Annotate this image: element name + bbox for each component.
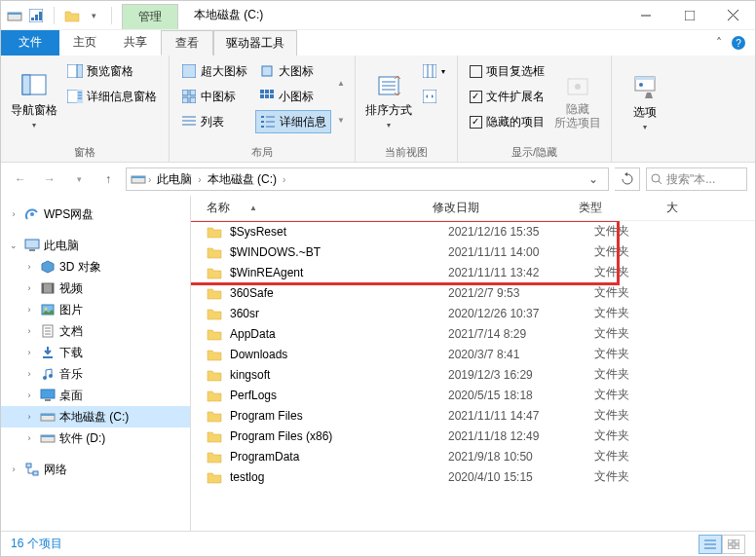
view-icons-button[interactable]	[722, 535, 745, 554]
file-type: 文件夹	[594, 243, 682, 260]
table-row[interactable]: $WINDOWS.~BT2021/11/11 14:00文件夹	[191, 241, 755, 262]
table-row[interactable]: testlog2020/4/10 15:15文件夹	[191, 466, 755, 487]
svg-rect-1	[8, 13, 21, 15]
drive-icon	[7, 8, 22, 23]
forward-button[interactable]: →	[38, 167, 61, 191]
properties-icon[interactable]	[28, 8, 44, 23]
minimize-button[interactable]	[624, 1, 667, 30]
collapse-ribbon-icon[interactable]: ˄	[716, 36, 722, 50]
path-dropdown[interactable]: ⌄	[583, 172, 604, 186]
tab-home[interactable]: 主页	[59, 30, 110, 56]
svg-rect-31	[260, 94, 264, 98]
tab-share[interactable]: 共享	[110, 30, 161, 56]
nav-documents[interactable]: ›文档	[1, 320, 190, 342]
add-cols-button[interactable]: ▾	[418, 59, 449, 83]
nav-videos[interactable]: ›视频	[1, 278, 190, 299]
table-row[interactable]: PerfLogs2020/5/15 18:18文件夹	[191, 385, 755, 405]
table-row[interactable]: AppData2021/7/14 8:29文件夹	[191, 323, 755, 344]
layout-list[interactable]: 列表	[177, 110, 251, 133]
layout-small[interactable]: 小图标	[255, 85, 331, 108]
item-checkboxes-toggle[interactable]: 项目复选框	[466, 59, 548, 83]
up-button[interactable]: ↑	[96, 167, 120, 191]
tab-drive-tools[interactable]: 驱动器工具	[213, 30, 297, 56]
size-cols-button[interactable]	[418, 85, 449, 108]
nav-pane-button[interactable]: 导航窗格 ▾	[9, 59, 59, 143]
path-box[interactable]: › 此电脑 › 本地磁盘 (C:) › ⌄	[126, 167, 609, 191]
breadcrumb-this-pc[interactable]: 此电脑	[153, 171, 196, 188]
table-row[interactable]: 360Safe2021/2/7 9:53文件夹	[191, 282, 755, 303]
recent-button[interactable]: ▾	[67, 167, 91, 191]
table-row[interactable]: 360sr2020/12/26 10:37文件夹	[191, 303, 755, 323]
nav-wps[interactable]: ›WPS网盘	[1, 204, 190, 225]
col-header-name[interactable]: 名称▲	[207, 200, 433, 216]
hide-selected-button[interactable]: 隐藏 所选项目	[552, 59, 603, 143]
tab-view[interactable]: 查看	[161, 30, 213, 56]
table-row[interactable]: $SysReset2021/12/16 15:35文件夹	[191, 221, 755, 241]
nav-downloads[interactable]: ›下载	[1, 342, 190, 363]
breadcrumb-drive[interactable]: 本地磁盘 (C:)	[204, 171, 281, 188]
table-row[interactable]: $WinREAgent2021/11/11 13:42文件夹	[191, 262, 755, 282]
nav-music[interactable]: ›音乐	[1, 363, 190, 385]
layout-extra-large[interactable]: 超大图标	[177, 59, 251, 83]
file-name: $WINDOWS.~BT	[230, 245, 448, 259]
table-row[interactable]: Program Files (x86)2021/11/18 12:49文件夹	[191, 426, 755, 446]
col-header-type[interactable]: 类型	[579, 200, 666, 216]
nav-desktop[interactable]: ›桌面	[1, 385, 190, 406]
file-name: 360Safe	[230, 286, 448, 300]
file-date: 2020/12/26 10:37	[448, 307, 594, 320]
folder-icon	[207, 348, 222, 361]
nav-this-pc[interactable]: ⌄此电脑	[1, 235, 190, 256]
table-row[interactable]: Program Files2021/11/11 14:47文件夹	[191, 405, 755, 426]
ribbon-group-layout: 超大图标 中图标 列表 大图标 小图标 详细信息 ▲▼ 布局	[170, 56, 356, 162]
svg-rect-3	[31, 18, 34, 20]
file-extensions-toggle[interactable]: ✓文件扩展名	[466, 85, 548, 108]
svg-rect-87	[728, 545, 733, 549]
tab-file[interactable]: 文件	[1, 30, 59, 56]
close-button[interactable]	[711, 1, 755, 30]
svg-rect-54	[132, 176, 145, 178]
view-details-button[interactable]	[699, 535, 722, 554]
nav-3d-objects[interactable]: ›3D 对象	[1, 256, 190, 278]
preview-pane-button[interactable]: 预览窗格	[63, 59, 161, 83]
sort-button[interactable]: 排序方式 ▾	[363, 59, 414, 143]
svg-rect-32	[265, 94, 269, 98]
folder-qat-icon[interactable]	[64, 8, 80, 23]
search-input[interactable]: 搜索"本...	[646, 167, 747, 191]
nav-network[interactable]: ›网络	[1, 459, 190, 480]
svg-rect-11	[22, 75, 30, 94]
file-list[interactable]: $SysReset2021/12/16 15:35文件夹$WINDOWS.~BT…	[191, 221, 755, 531]
column-headers: 名称▲ 修改日期 类型 大	[191, 196, 755, 221]
nav-pictures[interactable]: ›图片	[1, 299, 190, 320]
back-button[interactable]: ←	[9, 167, 32, 191]
file-type: 文件夹	[594, 448, 682, 464]
file-name: Program Files (x86)	[230, 429, 448, 443]
layout-details[interactable]: 详细信息	[255, 110, 331, 133]
svg-point-55	[652, 174, 660, 182]
table-row[interactable]: ProgramData2021/9/18 10:50文件夹	[191, 446, 755, 466]
col-header-size[interactable]: 大	[666, 200, 678, 216]
layout-medium[interactable]: 中图标	[177, 85, 251, 108]
table-row[interactable]: kingsoft2019/12/3 16:29文件夹	[191, 364, 755, 385]
context-tab-manage[interactable]: 管理	[122, 4, 178, 29]
folder-icon	[207, 470, 222, 484]
sort-indicator-icon: ▲	[249, 204, 257, 212]
item-count: 16 个项目	[11, 536, 62, 552]
file-date: 2021/11/11 13:42	[448, 266, 594, 279]
nav-drive-d[interactable]: ›软件 (D:)	[1, 427, 190, 449]
options-button[interactable]: 选项 ▾	[620, 59, 670, 146]
hidden-items-toggle[interactable]: ✓隐藏的项目	[466, 110, 548, 133]
details-pane-button[interactable]: 详细信息窗格	[63, 85, 161, 108]
file-date: 2021/2/7 9:53	[448, 286, 594, 300]
refresh-button[interactable]	[615, 167, 640, 191]
nav-drive-c[interactable]: ›本地磁盘 (C:)	[1, 406, 190, 427]
file-date: 2021/12/16 15:35	[448, 225, 594, 239]
svg-point-49	[575, 84, 581, 90]
help-icon[interactable]: ?	[732, 36, 745, 50]
svg-rect-34	[261, 116, 264, 118]
qat-dropdown[interactable]: ▾	[86, 8, 101, 23]
layout-large[interactable]: 大图标	[255, 59, 331, 83]
maximize-button[interactable]	[667, 1, 711, 30]
col-header-date[interactable]: 修改日期	[433, 200, 579, 216]
table-row[interactable]: Downloads2020/3/7 8:41文件夹	[191, 344, 755, 364]
svg-rect-28	[260, 90, 264, 93]
